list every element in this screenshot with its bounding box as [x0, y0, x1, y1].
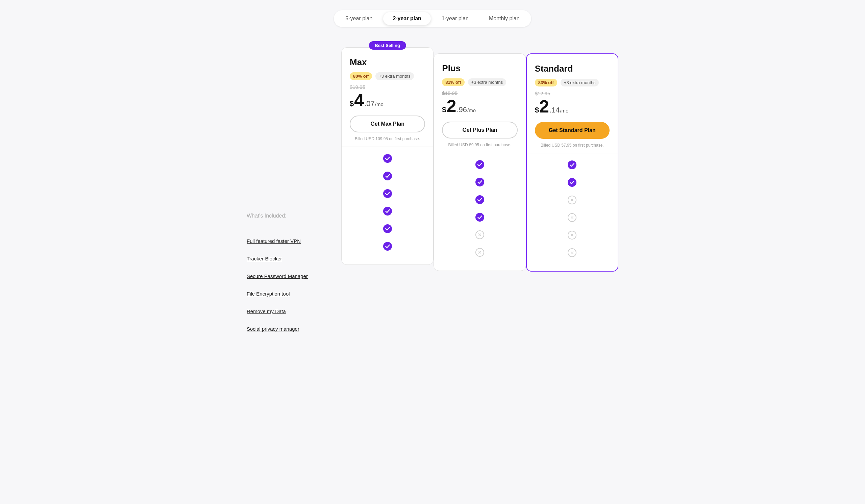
plans-container: Best Selling Max 80% off +3 extra months… — [341, 47, 618, 272]
discount-row-plus: 81% off +3 extra months — [442, 78, 517, 86]
discount-row-standard: 83% off +3 extra months — [535, 79, 610, 86]
original-price-max: $19.95 — [350, 84, 425, 90]
check-encryption-max — [350, 202, 425, 220]
tab-monthly[interactable]: Monthly plan — [480, 12, 529, 25]
extra-months-standard: +3 extra months — [561, 79, 599, 86]
x-icon-social-standard: ✕ — [568, 248, 576, 257]
check-social-standard: ✕ — [535, 244, 610, 261]
feature-checks-standard: ✕ ✕ ✕ ✕ — [535, 153, 610, 261]
check-password-max — [350, 185, 425, 202]
get-plus-plan-button[interactable]: Get Plus Plan — [442, 121, 517, 139]
price-decimal-max: .07 — [364, 99, 375, 108]
price-main-standard: 2 — [539, 98, 549, 115]
check-social-plus: ✕ — [442, 244, 517, 261]
plan-card-max: Max 80% off +3 extra months $19.95 $ 4 .… — [341, 47, 434, 265]
plan-card-standard: Standard 83% off +3 extra months $12.95 … — [526, 54, 618, 272]
billing-note-max: Billed USD 109.95 on first purchase. — [350, 137, 425, 141]
check-remove-max — [350, 220, 425, 237]
current-price-max: $ 4 .07 /mo — [350, 91, 425, 109]
plan-tabs: 5-year plan 2-year plan 1-year plan Mont… — [334, 10, 531, 27]
check-social-max — [350, 237, 425, 255]
current-price-plus: $ 2 .96 /mo — [442, 97, 517, 115]
check-remove-standard: ✕ — [535, 226, 610, 244]
extra-months-plus: +3 extra months — [468, 78, 507, 86]
original-price-standard: $12.95 — [535, 91, 610, 96]
discount-badge-max: 80% off — [350, 72, 372, 80]
feature-checks-plus: ✕ ✕ — [442, 153, 517, 261]
price-decimal-plus: .96 — [457, 105, 467, 114]
get-max-plan-button[interactable]: Get Max Plan — [350, 116, 425, 132]
x-icon-remove-plus: ✕ — [475, 230, 484, 239]
feature-password[interactable]: Secure Password Manager — [247, 268, 335, 285]
x-icon-encryption-standard: ✕ — [568, 213, 576, 222]
check-icon-vpn-plus — [475, 160, 484, 169]
tab-1year[interactable]: 1-year plan — [432, 12, 478, 25]
check-encryption-plus — [442, 208, 517, 226]
plan-plus-wrapper: Plus 81% off +3 extra months $15.95 $ 2 … — [434, 47, 526, 271]
price-per-mo-plus: /mo — [467, 107, 476, 113]
price-dollar-plus: $ — [442, 105, 446, 114]
feature-social[interactable]: Social privacy manager — [247, 320, 335, 338]
tab-2year[interactable]: 2-year plan — [383, 12, 430, 25]
extra-months-max: +3 extra months — [376, 72, 414, 80]
current-price-standard: $ 2 .14 /mo — [535, 98, 610, 115]
check-tracker-standard — [535, 174, 610, 191]
check-vpn-plus — [442, 156, 517, 173]
check-tracker-max — [350, 167, 425, 185]
check-encryption-standard: ✕ — [535, 209, 610, 226]
tab-5year[interactable]: 5-year plan — [336, 12, 382, 25]
check-vpn-standard — [535, 156, 610, 174]
plan-name-max: Max — [350, 57, 425, 68]
price-main-plus: 2 — [447, 97, 457, 115]
check-icon-vpn-max — [383, 154, 392, 163]
check-password-plus — [442, 191, 517, 208]
check-remove-plus: ✕ — [442, 226, 517, 244]
feature-checks-max — [350, 147, 425, 255]
check-vpn-max — [350, 150, 425, 167]
price-per-mo-standard: /mo — [560, 108, 568, 114]
x-icon-remove-standard: ✕ — [568, 231, 576, 239]
discount-badge-plus: 81% off — [442, 78, 464, 86]
feature-labels-column: What's Included: Full featured faster VP… — [247, 47, 341, 338]
check-icon-tracker-max — [383, 172, 392, 180]
plan-standard-wrapper: Standard 83% off +3 extra months $12.95 … — [526, 47, 618, 272]
check-icon-tracker-plus — [475, 178, 484, 186]
billing-note-plus: Billed USD 89.95 on first purchase. — [442, 142, 517, 147]
plan-name-standard: Standard — [535, 63, 610, 74]
discount-row-max: 80% off +3 extra months — [350, 72, 425, 80]
pricing-section: What's Included: Full featured faster VP… — [247, 47, 618, 338]
plan-name-plus: Plus — [442, 63, 517, 74]
price-main-max: 4 — [354, 91, 364, 109]
what-included-label: What's Included: — [247, 213, 335, 219]
check-icon-social-max — [383, 242, 392, 251]
check-icon-vpn-standard — [568, 161, 576, 169]
plan-max-wrapper: Best Selling Max 80% off +3 extra months… — [341, 47, 434, 265]
check-icon-encryption-plus — [475, 213, 484, 222]
plan-card-plus: Plus 81% off +3 extra months $15.95 $ 2 … — [434, 54, 526, 271]
feature-remove-data[interactable]: Remove my Data — [247, 303, 335, 320]
best-selling-badge: Best Selling — [369, 41, 406, 50]
original-price-plus: $15.95 — [442, 90, 517, 96]
price-dollar-standard: $ — [535, 106, 539, 115]
check-icon-encryption-max — [383, 207, 392, 215]
get-standard-plan-button[interactable]: Get Standard Plan — [535, 122, 610, 139]
check-icon-password-max — [383, 189, 392, 198]
check-icon-tracker-standard — [568, 178, 576, 187]
check-icon-password-plus — [475, 195, 484, 204]
feature-tracker[interactable]: Tracker Blocker — [247, 250, 335, 268]
billing-note-standard: Billed USD 57.95 on first purchase. — [535, 143, 610, 148]
x-icon-password-standard: ✕ — [568, 196, 576, 204]
price-decimal-standard: .14 — [550, 106, 560, 115]
check-password-standard: ✕ — [535, 191, 610, 209]
price-per-mo-max: /mo — [375, 101, 383, 107]
feature-vpn[interactable]: Full featured faster VPN — [247, 232, 335, 250]
feature-encryption[interactable]: File Encryption tool — [247, 285, 335, 303]
x-icon-social-plus: ✕ — [475, 248, 484, 257]
check-tracker-plus — [442, 173, 517, 191]
discount-badge-standard: 83% off — [535, 79, 557, 86]
check-icon-remove-max — [383, 224, 392, 233]
price-dollar-max: $ — [350, 99, 354, 108]
